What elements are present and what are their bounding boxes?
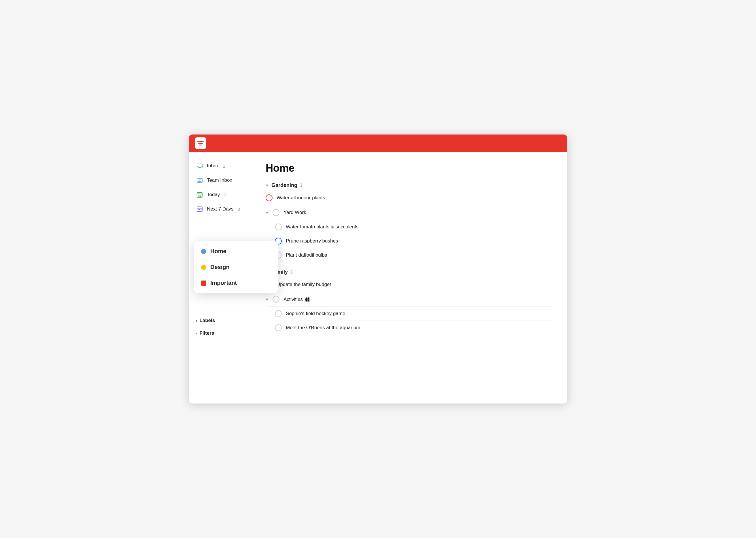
task-circle-water-indoor bbox=[265, 194, 272, 201]
svg-point-7 bbox=[200, 209, 200, 210]
activities-chevron: ∨ bbox=[265, 297, 268, 301]
dropdown-home-label: Home bbox=[210, 248, 226, 255]
circle-water-tomato bbox=[275, 224, 282, 231]
dropdown-item-important[interactable]: Important bbox=[194, 275, 278, 291]
subtask-aquarium[interactable]: Meet the O'Briens at the aquarium bbox=[275, 321, 553, 335]
task-yard-work[interactable]: ∨ Yard Work bbox=[265, 205, 553, 220]
today-icon: 21 bbox=[196, 191, 204, 198]
dropdown-item-home[interactable]: Home bbox=[194, 243, 278, 259]
task-label-yard-work: Yard Work bbox=[283, 210, 306, 215]
yard-work-chevron: ∨ bbox=[265, 211, 268, 215]
today-count: 3 bbox=[224, 192, 226, 197]
task-label-water-indoor: Water all indoor plants bbox=[277, 195, 325, 201]
circle-activities bbox=[272, 296, 279, 303]
sidebar-item-inbox[interactable]: Inbox 2 bbox=[189, 159, 255, 173]
labels-section[interactable]: › Labels bbox=[189, 314, 255, 327]
main-content: Inbox 2 Team Inbox bbox=[189, 152, 567, 404]
sidebar-item-next7days[interactable]: Next 7 Days 8 bbox=[189, 202, 255, 216]
inbox-count: 2 bbox=[223, 164, 225, 169]
gardening-count: 3 bbox=[300, 183, 302, 188]
gardening-header: ∨ Gardening 3 bbox=[265, 182, 553, 188]
circle-hockey bbox=[275, 310, 282, 317]
app-logo bbox=[195, 137, 206, 149]
team-inbox-label: Team Inbox bbox=[207, 178, 232, 183]
filters-section[interactable]: › Filters bbox=[189, 327, 255, 340]
inbox-icon bbox=[196, 162, 204, 170]
dropdown-item-design[interactable]: Design bbox=[194, 259, 278, 275]
important-dot bbox=[201, 281, 206, 286]
title-bar bbox=[189, 134, 567, 152]
svg-point-6 bbox=[198, 209, 199, 210]
subtask-prune-raspberry[interactable]: Prune raspberry bushes bbox=[275, 234, 553, 248]
svg-point-2 bbox=[199, 179, 200, 180]
logo-line-1 bbox=[197, 141, 204, 142]
subtask-hockey[interactable]: Sophie's field hockey game bbox=[275, 307, 553, 321]
project-dropdown: Home Design Important bbox=[194, 241, 278, 293]
family-section: ∨ Family 3 Update the family budget ∨ Ac… bbox=[265, 269, 553, 335]
family-header: ∨ Family 3 bbox=[265, 269, 553, 275]
label-prune-raspberry: Prune raspberry bushes bbox=[286, 238, 338, 244]
activities-subtasks: Sophie's field hockey game Meet the O'Br… bbox=[275, 307, 553, 335]
gardening-title: Gardening bbox=[271, 182, 297, 188]
sidebar-item-team-inbox[interactable]: Team Inbox bbox=[189, 173, 255, 188]
main-panel: Home ∨ Gardening 3 Water all indoor plan… bbox=[255, 152, 567, 404]
label-family-budget: Update the family budget bbox=[277, 282, 331, 288]
next7days-icon bbox=[196, 205, 204, 213]
logo-line-2 bbox=[198, 143, 203, 144]
labels-chevron: › bbox=[196, 319, 197, 323]
next7days-count: 8 bbox=[238, 207, 240, 212]
app-window: Inbox 2 Team Inbox bbox=[189, 134, 567, 404]
logo-line-3 bbox=[199, 144, 202, 145]
label-water-tomato: Water tomato plants & succulents bbox=[286, 224, 359, 230]
next7days-label: Next 7 Days bbox=[207, 206, 234, 212]
inbox-label: Inbox bbox=[207, 163, 219, 169]
svg-text:21: 21 bbox=[199, 195, 201, 197]
label-plant-daffodil: Plant daffodil bulbs bbox=[286, 252, 327, 258]
page-title: Home bbox=[265, 162, 553, 174]
dropdown-design-label: Design bbox=[210, 264, 230, 270]
team-inbox-icon bbox=[196, 177, 204, 184]
gardening-chevron: ∨ bbox=[265, 183, 268, 188]
task-family-budget[interactable]: Update the family budget bbox=[265, 277, 553, 292]
task-circle-yard-work bbox=[272, 209, 279, 216]
task-activities[interactable]: ∨ Activities 👨‍👩‍👧‍👦 bbox=[265, 292, 553, 307]
sidebar: Inbox 2 Team Inbox bbox=[189, 152, 255, 404]
label-activities: Activities 👨‍👩‍👧‍👦 bbox=[283, 296, 310, 302]
task-water-indoor[interactable]: Water all indoor plants bbox=[265, 191, 553, 205]
filters-label: Filters bbox=[200, 330, 214, 336]
today-label: Today bbox=[207, 192, 220, 197]
sidebar-item-today[interactable]: 21 Today 3 bbox=[189, 188, 255, 202]
yard-work-subtasks: Water tomato plants & succulents Prune r… bbox=[275, 220, 553, 262]
filters-chevron: › bbox=[196, 331, 197, 336]
family-count: 3 bbox=[290, 270, 293, 275]
sidebar-nav: Inbox 2 Team Inbox bbox=[189, 159, 255, 216]
home-dot bbox=[201, 249, 206, 254]
subtask-plant-daffodil[interactable]: Plant daffodil bulbs bbox=[275, 248, 553, 262]
design-dot bbox=[201, 265, 206, 270]
label-hockey: Sophie's field hockey game bbox=[286, 311, 345, 316]
labels-label: Labels bbox=[200, 318, 215, 323]
svg-point-8 bbox=[201, 209, 202, 210]
gardening-section: ∨ Gardening 3 Water all indoor plants ∨ … bbox=[265, 182, 553, 262]
circle-aquarium bbox=[275, 324, 282, 331]
dropdown-important-label: Important bbox=[210, 280, 237, 286]
label-aquarium: Meet the O'Briens at the aquarium bbox=[286, 325, 360, 331]
subtask-water-tomato[interactable]: Water tomato plants & succulents bbox=[275, 220, 553, 234]
